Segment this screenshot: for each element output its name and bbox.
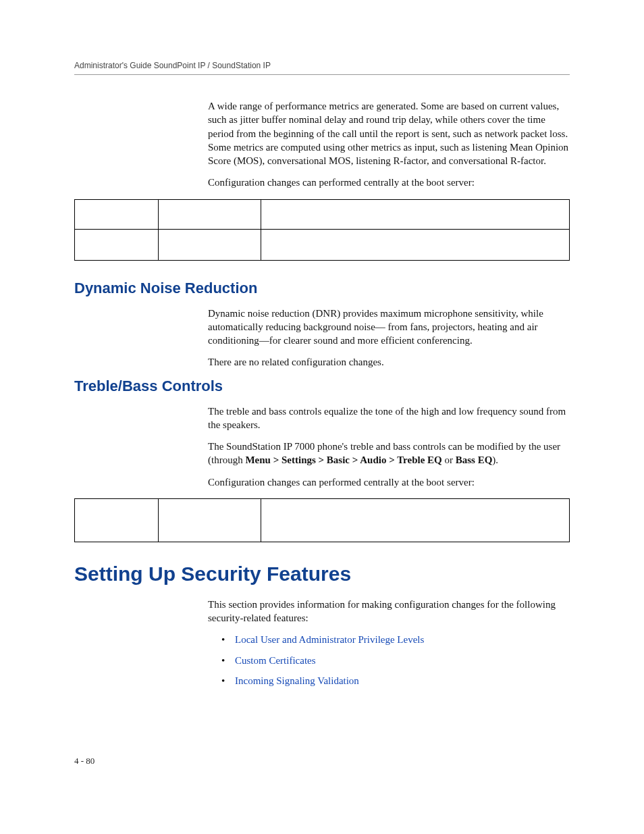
- list-item: Incoming Signaling Validation: [221, 674, 570, 687]
- heading-security: Setting Up Security Features: [74, 563, 570, 585]
- heading-dnr: Dynamic Noise Reduction: [74, 280, 570, 297]
- link-local-user[interactable]: Local User and Administrator Privilege L…: [235, 634, 424, 645]
- tb-paragraph-2: The SoundStation IP 7000 phone's treble …: [208, 440, 570, 467]
- link-custom-certs[interactable]: Custom Certificates: [235, 655, 316, 666]
- table-cell: [159, 199, 261, 229]
- dnr-paragraph-2: There are no related configuration chang…: [208, 355, 570, 369]
- list-item: Local User and Administrator Privilege L…: [221, 633, 570, 646]
- header-rule: [74, 74, 570, 75]
- table-cell: [75, 498, 159, 542]
- page-number: 4 - 80: [74, 756, 95, 766]
- config-table-1: [74, 199, 570, 261]
- table-cell: [159, 229, 261, 260]
- table-cell: [75, 199, 159, 229]
- list-item: Custom Certificates: [221, 654, 570, 667]
- table-cell: [261, 199, 570, 229]
- tb-paragraph-1: The treble and bass controls equalize th…: [208, 405, 570, 432]
- table-cell: [75, 229, 159, 260]
- dnr-paragraph-1: Dynamic noise reduction (DNR) provides m…: [208, 307, 570, 348]
- tb-p2-bold1: Menu > Settings > Basic > Audio > Treble…: [245, 454, 441, 465]
- tb-paragraph-3: Configuration changes can performed cent…: [208, 475, 570, 489]
- tb-p2-bold2: Bass EQ: [456, 454, 493, 465]
- table-cell: [261, 498, 570, 542]
- table-cell: [159, 498, 261, 542]
- intro-paragraph-1: A wide range of performance metrics are …: [208, 99, 570, 167]
- intro-paragraph-2: Configuration changes can performed cent…: [208, 176, 570, 189]
- tb-p2-mid: or: [442, 454, 456, 465]
- link-incoming-signal[interactable]: Incoming Signaling Validation: [235, 675, 359, 686]
- heading-treble-bass: Treble/Bass Controls: [74, 377, 570, 395]
- config-table-2: [74, 498, 570, 542]
- sec-paragraph-1: This section provides information for ma…: [208, 598, 570, 625]
- running-header: Administrator's Guide SoundPoint IP / So…: [74, 61, 570, 70]
- tb-p2-post: ).: [492, 454, 498, 465]
- table-cell: [261, 229, 570, 260]
- security-links-list: Local User and Administrator Privilege L…: [221, 633, 570, 687]
